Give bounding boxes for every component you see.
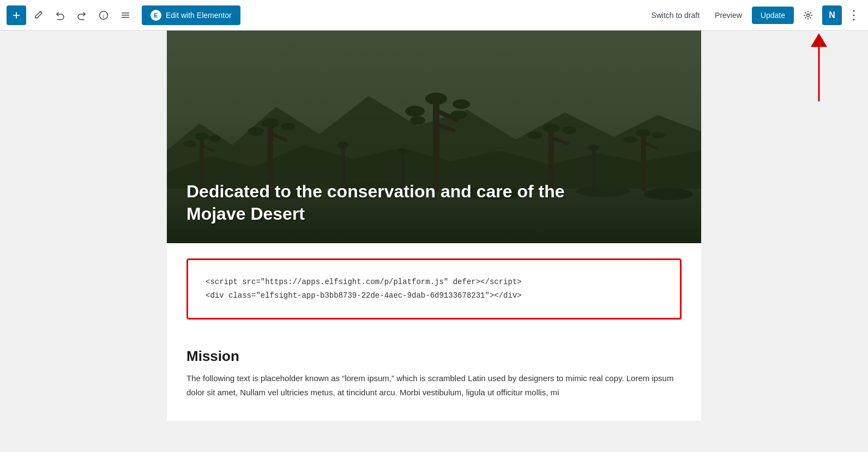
add-button[interactable]: + <box>7 5 26 25</box>
svg-text:i: i <box>103 13 105 19</box>
hero-title: Dedicated to the conservation and care o… <box>186 180 568 226</box>
code-block-wrapper: <script src="https://apps.elfsight.com/p… <box>186 258 682 320</box>
hero-text-block: Dedicated to the conservation and care o… <box>167 163 588 243</box>
list-view-button[interactable] <box>116 5 135 25</box>
svg-marker-61 <box>811 33 827 47</box>
mission-body: The following text is placeholder known … <box>186 371 682 399</box>
gear-icon <box>803 10 813 20</box>
red-arrow-indicator <box>803 31 835 109</box>
redo-button[interactable] <box>72 5 92 25</box>
pencil-icon <box>33 10 43 20</box>
preview-button[interactable]: Preview <box>709 8 748 23</box>
code-line-2: <div class="elfsight-app-b3bb8739-22de-4… <box>206 291 522 300</box>
svg-point-5 <box>807 14 810 16</box>
svg-rect-3 <box>122 15 129 16</box>
elementor-label: Edit with Elementor <box>166 11 232 20</box>
svg-point-6 <box>853 10 855 11</box>
n-button[interactable]: N <box>822 5 842 25</box>
undo-button[interactable] <box>50 5 70 25</box>
info-icon: i <box>99 10 108 20</box>
info-button[interactable]: i <box>94 5 113 25</box>
toolbar-right: Switch to draft Preview Update N <box>646 5 861 25</box>
more-vertical-icon <box>852 9 855 21</box>
toolbar: + i <box>0 0 868 31</box>
code-line-1: <script src="https://apps.elfsight.com/p… <box>206 278 522 286</box>
svg-rect-4 <box>122 17 129 18</box>
toolbar-left: + i <box>7 5 643 25</box>
edit-with-elementor-button[interactable]: E Edit with Elementor <box>142 5 240 25</box>
switch-to-draft-button[interactable]: Switch to draft <box>646 8 705 23</box>
mission-section: Mission The following text is placeholde… <box>167 335 701 399</box>
hero-image: Dedicated to the conservation and care o… <box>167 31 701 243</box>
settings-button[interactable] <box>798 5 818 25</box>
page-content: Dedicated to the conservation and care o… <box>167 31 701 421</box>
list-icon <box>120 10 130 20</box>
edit-icon-button[interactable] <box>28 5 48 25</box>
redo-icon <box>77 10 87 20</box>
code-block: <script src="https://apps.elfsight.com/p… <box>206 275 662 303</box>
svg-point-8 <box>853 19 855 20</box>
more-options-button[interactable] <box>846 5 861 25</box>
undo-icon <box>55 10 65 20</box>
elementor-icon: E <box>150 10 161 21</box>
svg-point-7 <box>853 14 855 16</box>
mission-heading: Mission <box>186 348 682 365</box>
svg-rect-2 <box>122 13 129 14</box>
update-button[interactable]: Update <box>752 7 794 24</box>
